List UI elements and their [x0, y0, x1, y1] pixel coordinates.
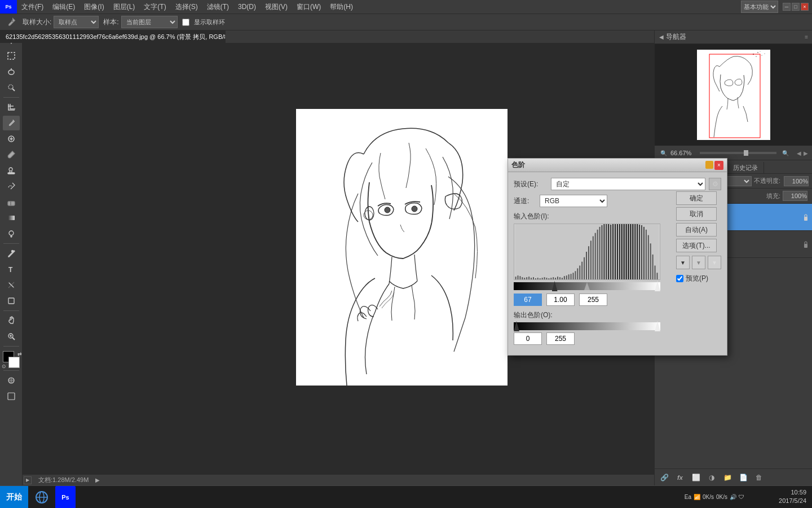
info-arrow[interactable]: ▶ — [95, 477, 100, 483]
svg-rect-53 — [537, 278, 539, 279]
adjustment-btn[interactable]: ◑ — [705, 471, 718, 484]
white-input-value[interactable]: 255 — [579, 294, 607, 306]
zoom-slider-thumb[interactable] — [744, 150, 748, 156]
svg-rect-18 — [8, 298, 14, 304]
black-input-slider-thumb[interactable] — [552, 281, 558, 291]
svg-rect-77 — [590, 240, 592, 279]
svg-point-33 — [761, 55, 762, 55]
text-tool[interactable]: T — [3, 262, 20, 277]
white-point-eyedropper[interactable]: ▼ — [708, 256, 721, 269]
black-output-value[interactable]: 0 — [514, 332, 542, 345]
fill-input[interactable] — [783, 191, 807, 201]
svg-rect-75 — [586, 252, 587, 279]
options-button[interactable]: 选项(T)... — [676, 239, 717, 252]
menu-edit[interactable]: 编辑(E) — [48, 0, 80, 14]
svg-rect-88 — [615, 224, 616, 279]
delete-layer-btn[interactable]: 🗑 — [753, 471, 765, 484]
document-tab[interactable]: 62135fc2d56285356301112993ef76c6a6ef639d… — [0, 30, 226, 43]
nav-left-arrow[interactable]: ◀ — [797, 150, 801, 156]
menu-view[interactable]: 视图(V) — [261, 0, 292, 14]
maximize-button[interactable]: □ — [792, 3, 800, 11]
white-output-slider-thumb[interactable] — [655, 321, 660, 331]
menu-filter[interactable]: 滤镜(T) — [202, 0, 233, 14]
zoom-tool[interactable] — [3, 329, 20, 344]
quick-mask-tool[interactable] — [3, 373, 20, 388]
taskbar-icon-ps[interactable]: Ps — [55, 486, 76, 509]
minimize-button[interactable]: ─ — [783, 3, 791, 11]
menu-select[interactable]: 选择(S) — [171, 0, 202, 14]
taskbar-icon-browser[interactable] — [28, 486, 55, 509]
canvas-wrapper — [296, 109, 508, 386]
screen-mode-tool[interactable] — [3, 389, 20, 404]
crop-tool[interactable] — [3, 100, 20, 115]
stamp-tool[interactable] — [3, 163, 20, 178]
opacity-input[interactable] — [784, 176, 809, 186]
marquee-tool[interactable] — [3, 49, 20, 63]
taskbar-time[interactable]: 10:59 2017/5/24 — [779, 485, 806, 508]
black-output-slider-thumb[interactable] — [514, 321, 519, 331]
shape-tool[interactable] — [3, 294, 20, 308]
background-color[interactable] — [8, 357, 20, 368]
preview-checkbox[interactable] — [676, 275, 683, 282]
heal-tool[interactable] — [3, 132, 20, 146]
sample-size-select[interactable]: 取样点 — [54, 16, 99, 28]
hand-tool[interactable] — [3, 313, 20, 328]
add-mask-btn[interactable]: ⬜ — [690, 471, 702, 484]
preset-gear-btn[interactable]: ⚙ — [709, 178, 721, 190]
sample-select[interactable]: 当前图层 — [121, 16, 178, 28]
menu-file[interactable]: 文件(F) — [17, 0, 48, 14]
path-select-tool[interactable] — [3, 278, 20, 292]
levels-close-btn[interactable]: × — [714, 161, 723, 170]
zoom-out-icon[interactable]: 🔍 — [659, 150, 668, 156]
swap-colors-icon[interactable]: ⇄ — [17, 351, 22, 357]
black-input-value[interactable]: 67 — [514, 294, 542, 306]
output-levels-slider[interactable] — [514, 322, 660, 330]
white-input-slider-thumb[interactable] — [655, 281, 660, 291]
levels-minimize-btn[interactable] — [705, 161, 713, 169]
auto-button[interactable]: 自动(A) — [676, 223, 717, 237]
new-group-btn[interactable]: 📁 — [721, 471, 734, 484]
dodge-tool[interactable] — [3, 226, 20, 241]
nav-right-arrow[interactable]: ▶ — [804, 150, 808, 156]
gray-point-eyedropper[interactable]: ▼ — [692, 256, 705, 269]
menu-window[interactable]: 窗口(W) — [292, 0, 325, 14]
input-levels-slider[interactable] — [514, 282, 660, 290]
zoom-in-icon[interactable]: 🔍 — [781, 150, 790, 156]
zoom-slider[interactable] — [700, 152, 776, 154]
menu-text[interactable]: 文字(T) — [139, 0, 170, 14]
menu-3d[interactable]: 3D(D) — [233, 0, 261, 14]
ok-button[interactable]: 确定 — [676, 191, 717, 205]
eyedropper-tool[interactable] — [3, 116, 20, 130]
midtone-input-value[interactable]: 1.00 — [546, 294, 575, 306]
show-sampling-checkbox[interactable] — [182, 19, 189, 26]
quick-select-tool[interactable] — [3, 80, 20, 95]
midtone-input-slider-thumb[interactable] — [584, 282, 590, 290]
menu-layer[interactable]: 图层(L) — [109, 0, 140, 14]
zoom-indicator[interactable]: ▶ — [24, 476, 32, 484]
navigator-collapse-icon[interactable]: ≡ — [805, 34, 808, 40]
pen-tool[interactable] — [3, 246, 20, 261]
fx-btn[interactable]: fx — [674, 471, 686, 484]
white-output-value[interactable]: 255 — [546, 332, 575, 345]
lasso-tool[interactable] — [3, 64, 20, 79]
channel-select[interactable]: RGB — [540, 195, 607, 207]
new-layer-btn[interactable]: 📄 — [737, 471, 749, 484]
tab-history[interactable]: 历史记录 — [727, 162, 764, 173]
brush-tool[interactable] — [3, 147, 20, 162]
workspace-select[interactable]: 基本功能 — [741, 1, 778, 13]
sound-icon[interactable]: 🔊 — [730, 494, 736, 500]
black-point-eyedropper[interactable]: ▼ — [676, 256, 690, 269]
close-button[interactable]: × — [801, 3, 809, 11]
svg-rect-101 — [643, 227, 645, 279]
menu-help[interactable]: 帮助(H) — [325, 0, 358, 14]
cancel-button[interactable]: 取消 — [676, 207, 717, 221]
navigator-expand-arrow[interactable]: ◀ — [659, 34, 664, 40]
menu-image[interactable]: 图像(I) — [80, 0, 108, 14]
eraser-tool[interactable] — [3, 195, 20, 209]
history-brush-tool[interactable] — [3, 179, 20, 194]
reset-colors-icon[interactable]: ⊙ — [2, 364, 6, 369]
start-button[interactable]: 开始 — [0, 486, 28, 509]
link-layers-btn[interactable]: 🔗 — [658, 471, 670, 484]
preset-select[interactable]: 自定 — [551, 178, 705, 190]
gradient-tool[interactable] — [3, 211, 20, 225]
